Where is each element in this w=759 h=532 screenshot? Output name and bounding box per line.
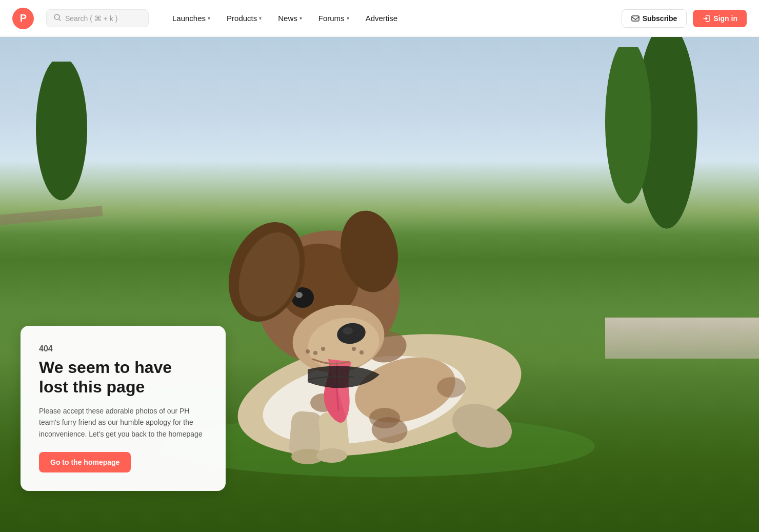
email-icon — [631, 14, 640, 23]
svg-line-1 — [59, 19, 61, 21]
logo-button[interactable]: P — [12, 8, 34, 29]
error-description: Please accept these adorable photos of o… — [39, 405, 207, 440]
subscribe-button[interactable]: Subscribe — [622, 9, 687, 28]
navbar: P Search ( ⌘ + k ) Launches ▾ Products ▾… — [0, 0, 759, 37]
search-bar[interactable]: Search ( ⌘ + k ) — [46, 9, 149, 27]
chevron-down-icon: ▾ — [347, 15, 349, 21]
svg-point-33 — [359, 350, 364, 354]
error-title: We seem to have lost this page — [39, 358, 207, 397]
chevron-down-icon: ▾ — [259, 15, 262, 21]
chevron-down-icon: ▾ — [299, 15, 302, 21]
signin-icon — [702, 14, 710, 23]
svg-point-15 — [316, 448, 347, 463]
nav-links: Launches ▾ Products ▾ News ▾ Forums ▾ Ad… — [165, 10, 615, 27]
nav-item-products[interactable]: Products ▾ — [219, 10, 269, 27]
svg-rect-2 — [632, 16, 639, 21]
nav-item-news[interactable]: News ▾ — [271, 10, 309, 27]
nav-item-launches[interactable]: Launches ▾ — [165, 10, 217, 27]
svg-point-30 — [313, 351, 317, 355]
error-code: 404 — [39, 344, 207, 353]
search-icon — [54, 14, 61, 23]
svg-point-11 — [437, 377, 466, 398]
svg-point-29 — [321, 347, 325, 351]
nav-item-advertise[interactable]: Advertise — [358, 10, 405, 27]
nav-item-forums[interactable]: Forums ▾ — [311, 10, 356, 27]
search-placeholder-text: Search ( ⌘ + k ) — [65, 14, 117, 23]
svg-point-31 — [306, 349, 310, 353]
svg-point-23 — [343, 327, 353, 334]
logo-icon: P — [12, 8, 34, 29]
chevron-down-icon: ▾ — [208, 15, 210, 21]
signin-button[interactable]: Sign in — [693, 10, 747, 27]
svg-point-9 — [369, 408, 400, 428]
svg-point-32 — [352, 347, 356, 351]
error-card: 404 We seem to have lost this page Pleas… — [21, 326, 226, 491]
go-to-homepage-button[interactable]: Go to the homepage — [39, 452, 131, 472]
hero-section: 404 We seem to have lost this page Pleas… — [0, 37, 759, 532]
nav-right: Subscribe Sign in — [622, 9, 747, 28]
